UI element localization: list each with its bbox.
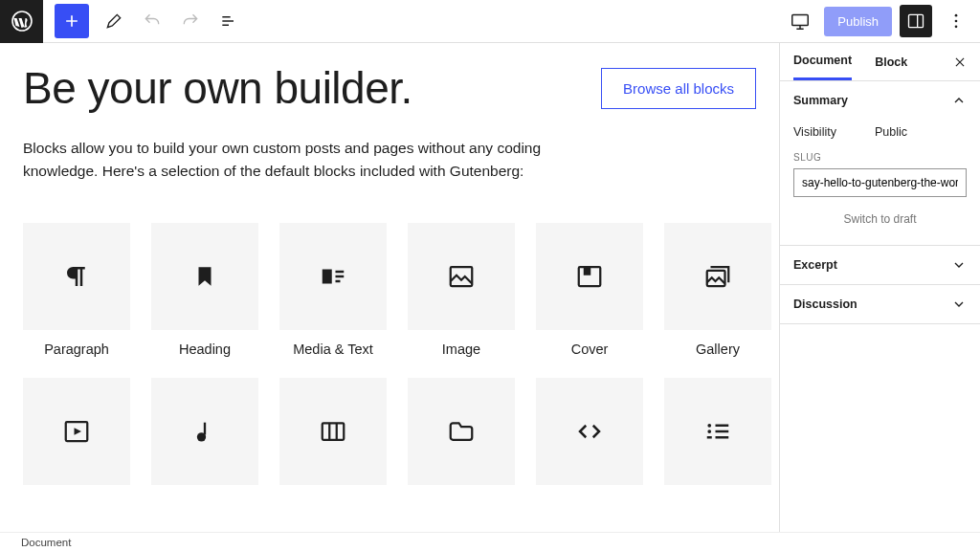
code-icon [575,417,604,446]
preview-button[interactable] [784,5,816,37]
undo-button[interactable] [135,4,169,38]
chevron-down-icon [951,257,967,273]
block-heading[interactable]: Heading [151,223,258,357]
publish-button[interactable]: Publish [824,7,892,36]
undo-icon [143,11,162,31]
svg-rect-11 [451,267,473,286]
document-overview-button[interactable] [212,4,246,38]
gallery-icon [703,262,732,291]
block-grid: Paragraph Heading Media & Text Image Cov… [23,223,756,496]
block-label: Gallery [664,342,771,357]
audio-icon [191,418,218,445]
toolbar-left [0,0,248,43]
chevron-up-icon [951,93,967,108]
settings-sidebar: Document Block Summary Visibility Public… [779,43,980,532]
block-paragraph[interactable]: Paragraph [23,223,130,357]
page-title[interactable]: Be your own builder. [23,62,412,114]
slug-input[interactable] [793,168,967,197]
svg-rect-7 [323,270,332,284]
redo-button[interactable] [173,4,208,38]
block-label: Heading [151,342,258,357]
panel-excerpt: Excerpt [780,246,980,285]
video-icon [62,417,91,446]
list-block-icon [703,417,732,446]
paragraph-icon [62,262,91,291]
svg-point-16 [197,433,206,442]
block-file[interactable] [408,378,515,496]
block-image[interactable]: Image [408,223,515,357]
panel-title: Discussion [793,298,858,311]
slug-label: SLUG [793,152,967,163]
panel-summary: Summary Visibility Public SLUG Switch to… [780,81,980,246]
breadcrumb-item: Document [21,537,71,548]
block-media-text[interactable]: Media & Text [279,223,387,357]
svg-rect-1 [792,15,809,26]
wordpress-icon [11,10,33,33]
columns-icon [319,417,347,446]
sidebar-toggle-button[interactable] [900,5,932,37]
media-text-icon [319,262,347,291]
visibility-label: Visibility [793,125,836,139]
browse-blocks-button[interactable]: Browse all blocks [601,68,756,109]
block-cover[interactable]: Cover [536,223,643,357]
sidebar-tabs: Document Block [780,43,980,81]
footer-breadcrumb[interactable]: Document [0,532,980,551]
svg-point-20 [707,424,711,428]
top-toolbar: Publish [0,0,980,43]
panel-discussion: Discussion [780,285,980,324]
chevron-down-icon [951,297,967,312]
pencil-icon [104,11,123,31]
edit-mode-button[interactable] [97,4,131,38]
svg-rect-2 [909,14,924,27]
desktop-icon [790,11,811,32]
redo-icon [181,11,200,31]
close-sidebar-button[interactable] [953,55,967,69]
svg-point-5 [955,20,958,23]
sidebar-icon [906,11,925,31]
bookmark-icon [192,264,217,289]
tab-block[interactable]: Block [875,43,907,80]
main-area: Be your own builder. Browse all blocks B… [0,43,980,532]
toolbar-right: Publish [784,5,980,37]
add-block-button[interactable] [55,4,89,38]
panel-summary-toggle[interactable]: Summary [780,81,980,120]
block-gallery[interactable]: Gallery [664,223,771,357]
block-label: Media & Text [279,342,387,357]
svg-point-4 [955,14,958,17]
panel-discussion-toggle[interactable]: Discussion [780,285,980,323]
image-icon [447,262,476,291]
block-label: Image [408,342,515,357]
panel-title: Summary [793,94,848,107]
cover-icon [575,262,604,291]
close-icon [953,55,967,69]
block-list[interactable] [664,378,771,496]
plus-icon [62,11,81,31]
svg-rect-13 [584,267,591,276]
switch-to-draft-button[interactable]: Switch to draft [793,197,967,231]
panel-title: Excerpt [793,258,837,272]
editor-canvas: Be your own builder. Browse all blocks B… [0,43,779,532]
block-video[interactable] [23,378,130,496]
more-options-button[interactable] [940,5,972,37]
wordpress-logo[interactable] [0,0,43,43]
visibility-value[interactable]: Public [875,125,907,139]
block-label: Cover [536,342,643,357]
dots-vertical-icon [947,11,966,31]
page-description[interactable]: Blocks allow you to build your own custo… [23,137,559,183]
tab-document[interactable]: Document [793,43,852,80]
block-columns[interactable] [279,378,387,496]
svg-rect-17 [323,424,345,441]
folder-icon [447,417,476,446]
svg-point-6 [955,26,958,29]
block-code[interactable] [536,378,643,496]
block-audio[interactable] [151,378,258,496]
block-label: Paragraph [23,342,130,357]
list-icon [219,11,238,31]
panel-excerpt-toggle[interactable]: Excerpt [780,246,980,284]
